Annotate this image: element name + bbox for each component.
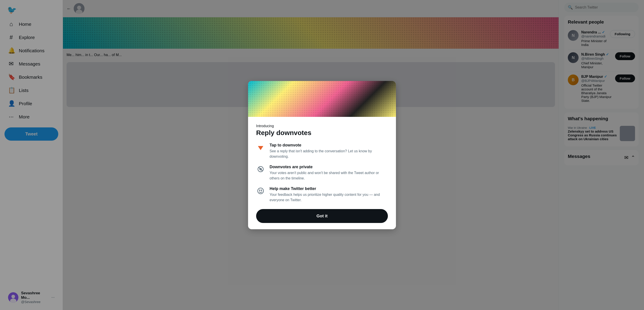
svg-point-10 [258,188,264,194]
feature-title: Tap to downvote [270,143,388,148]
feature-title: Downvotes are private [270,165,388,169]
feature-desc: Your votes aren't public and won't be sh… [270,170,388,181]
reply-downvotes-modal: Introducing Reply downvotes Tap to downv… [248,81,396,229]
modal-features-list: Tap to downvote See a reply that isn't a… [256,143,388,203]
svg-marker-6 [258,146,263,150]
modal-overlay: Introducing Reply downvotes Tap to downv… [0,0,644,310]
modal-body: Introducing Reply downvotes Tap to downv… [248,117,396,229]
feature-text: Help make Twitter better Your feedback h… [270,186,388,203]
modal-intro-text: Introducing [256,124,388,128]
downvote-icon [256,143,265,152]
modal-feature-downvote: Tap to downvote See a reply that isn't a… [256,143,388,159]
modal-feature-better: Help make Twitter better Your feedback h… [256,186,388,203]
feature-desc: Your feedback helps us prioritize higher… [270,192,388,203]
feature-desc: See a reply that isn't adding to the con… [270,149,388,159]
svg-point-12 [261,190,262,190]
smile-icon [256,186,265,195]
private-icon [256,165,265,174]
feature-title: Help make Twitter better [270,186,388,191]
feature-text: Tap to downvote See a reply that isn't a… [270,143,388,159]
modal-feature-private: Downvotes are private Your votes aren't … [256,165,388,181]
svg-line-8 [259,167,262,171]
modal-header-image [248,81,396,117]
modal-title: Reply downvotes [256,129,388,137]
got-it-button[interactable]: Got it [256,209,388,223]
feature-text: Downvotes are private Your votes aren't … [270,165,388,181]
svg-point-11 [260,190,260,190]
